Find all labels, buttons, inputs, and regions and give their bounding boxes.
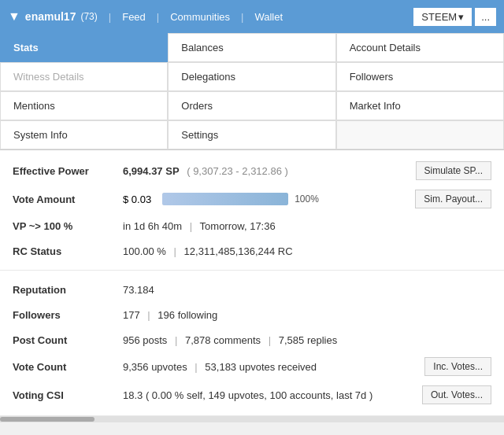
effective-power-label: Effective Power [13, 165, 123, 177]
menu-item-market-info[interactable]: Market Info [336, 91, 504, 120]
navbar: ▼ enamul17 (73) | Feed | Communities | W… [0, 0, 504, 33]
menu-item-mentions[interactable]: Mentions [0, 91, 168, 120]
vote-count-value: 9,356 upvotes | 53,183 upvotes received [123, 361, 424, 373]
steem-button[interactable]: STEEM ▾ [413, 8, 472, 26]
vote-pct-label: 100% [295, 194, 319, 205]
vote-amount-container: $ 0.03 100% [123, 193, 415, 205]
vp-label: VP ~> 100 % [13, 220, 123, 232]
vp-value: in 1d 6h 40m | Tomorrow, 17:36 [123, 220, 491, 232]
menu-item-system-info[interactable]: System Info [0, 120, 168, 149]
effective-power-row: Effective Power 6,994.37 SP ( 9,307.23 -… [0, 157, 504, 185]
scrollbar[interactable] [0, 416, 504, 422]
more-button[interactable]: ... [475, 8, 496, 26]
rc-status-row: RC Status 100.00 % | 12,311,485,136,244 … [0, 238, 504, 264]
menu-item-settings[interactable]: Settings [168, 120, 335, 149]
stats-section-reputation: Reputation 73.184 Followers 177 | 196 fo… [0, 271, 504, 416]
post-count-value: 956 posts | 7,878 comments | 7,585 repli… [123, 334, 491, 346]
vp-row: VP ~> 100 % in 1d 6h 40m | Tomorrow, 17:… [0, 213, 504, 238]
sim-payout-button[interactable]: Sim. Payout... [415, 190, 491, 208]
vote-amount-row: Vote Amount $ 0.03 100% Sim. Payout... [0, 185, 504, 213]
menu-item-balances[interactable]: Balances [168, 33, 335, 62]
followers-row: Followers 177 | 196 following [0, 302, 504, 327]
feed-link[interactable]: Feed [117, 8, 150, 26]
reputation-row: Reputation 73.184 [0, 277, 504, 302]
menu-item-empty [336, 120, 504, 149]
vote-bar-fill [162, 193, 288, 205]
communities-link[interactable]: Communities [165, 8, 235, 26]
followers-label: Followers [13, 309, 123, 321]
rc-status-value: 100.00 % | 12,311,485,136,244 RC [123, 245, 491, 257]
stats-section-power: Effective Power 6,994.37 SP ( 9,307.23 -… [0, 150, 504, 271]
effective-power-value: 6,994.37 SP ( 9,307.23 - 2,312.86 ) [123, 165, 416, 177]
nav-logo: ▼ enamul17 (73) [8, 9, 98, 24]
out-votes-button[interactable]: Out. Votes... [422, 385, 491, 404]
menu-item-delegations[interactable]: Delegations [168, 62, 335, 91]
vote-amount-value: $ 0.03 [123, 194, 151, 205]
sep3: | [241, 11, 243, 23]
reputation-value: 73.184 [123, 284, 491, 296]
followers-value: 177 | 196 following [123, 309, 491, 321]
voting-csi-row: Voting CSI 18.3 ( 0.00 % self, 149 upvot… [0, 381, 504, 409]
sep1: | [109, 11, 111, 23]
rc-status-label: RC Status [13, 245, 123, 257]
post-count-label: Post Count [13, 334, 123, 346]
vote-count-label: Vote Count [13, 361, 123, 373]
vote-amount-label: Vote Amount [13, 194, 123, 205]
chevron-down-icon: ▾ [458, 11, 464, 23]
vote-bar [162, 193, 288, 205]
sep2: | [157, 11, 159, 23]
menu-item-witness-details: Witness Details [0, 62, 168, 91]
vote-count-row: Vote Count 9,356 upvotes | 53,183 upvote… [0, 352, 504, 381]
menu-item-stats[interactable]: Stats [0, 33, 168, 62]
inc-votes-button[interactable]: Inc. Votes... [424, 357, 491, 376]
username-label[interactable]: enamul17 [25, 10, 76, 23]
reputation-label: Reputation [13, 284, 123, 296]
voting-csi-value: 18.3 ( 0.00 % self, 149 upvotes, 100 acc… [123, 389, 422, 401]
steem-icon: ▼ [8, 9, 20, 24]
menu-item-orders[interactable]: Orders [168, 91, 335, 120]
stats-content: Effective Power 6,994.37 SP ( 9,307.23 -… [0, 150, 504, 416]
menu-item-account-details[interactable]: Account Details [336, 33, 504, 62]
simulate-sp-button[interactable]: Simulate SP... [416, 161, 491, 180]
voting-csi-label: Voting CSI [13, 389, 123, 401]
menu-item-followers[interactable]: Followers [336, 62, 504, 91]
menu-grid: Stats Balances Account Details Witness D… [0, 33, 504, 150]
wallet-link[interactable]: Wallet [250, 8, 287, 26]
post-count-row: Post Count 956 posts | 7,878 comments | … [0, 327, 504, 352]
scrollbar-thumb[interactable] [0, 417, 94, 422]
reputation-badge: (73) [80, 11, 97, 22]
